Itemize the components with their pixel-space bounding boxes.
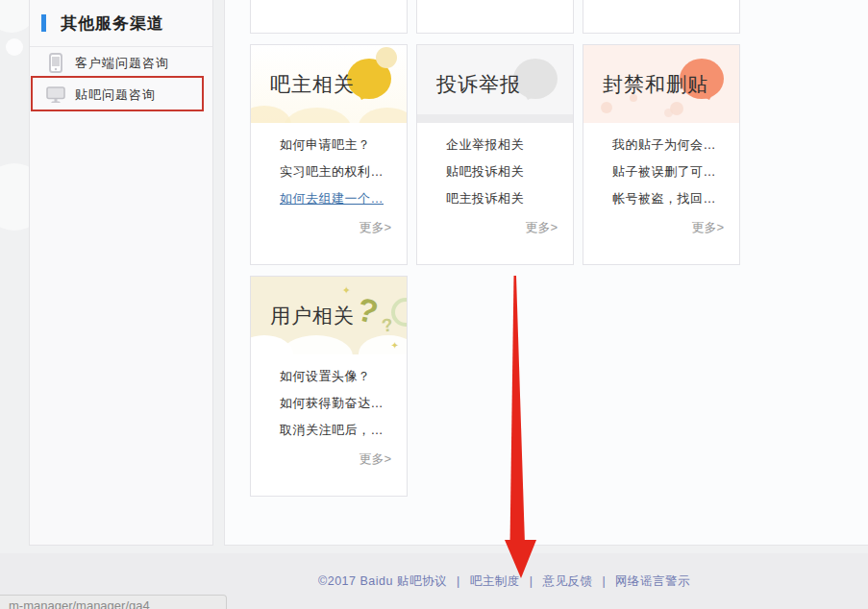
sidebar-item-label: 客户端问题咨询 (75, 55, 169, 72)
faq-link[interactable]: 企业举报相关 (446, 138, 558, 152)
footer-separator: | (530, 574, 533, 588)
more-link[interactable]: 更多> (446, 219, 558, 236)
card-body: 如何设置头像？ 如何获得勤奋达… 取消关注吧后，… 更多> (251, 354, 407, 468)
footer-link-agreement[interactable]: 贴吧协议 (397, 574, 447, 588)
sidebar: 其他服务渠道 客户端问题咨询 贴吧问题咨询 (29, 0, 213, 546)
faq-link[interactable]: 取消关注吧后，… (280, 424, 391, 437)
card-partial (583, 0, 740, 34)
card-header: 吧主相关 (251, 45, 407, 123)
more-link[interactable]: 更多> (280, 219, 391, 236)
footer-link-feedback[interactable]: 意见反馈 (542, 574, 592, 588)
sidebar-header: 其他服务渠道 (30, 0, 212, 46)
faq-link[interactable]: 如何设置头像？ (280, 370, 391, 383)
more-link[interactable]: 更多> (612, 219, 724, 236)
faq-link[interactable]: 我的贴子为何会… (612, 138, 724, 152)
sidebar-title: 其他服务渠道 (61, 12, 164, 35)
card-header: 投诉举报 (417, 45, 573, 123)
sparkle-icon: ✦ (391, 340, 399, 351)
cloud-decoration (280, 335, 353, 354)
sidebar-item-client-questions[interactable]: 客户端问题咨询 (30, 47, 212, 79)
sparkle-icon: ✦ (342, 284, 351, 297)
flower-decoration (601, 102, 612, 113)
card-title: 封禁和删贴 (603, 71, 708, 98)
skyline-decoration (417, 114, 573, 123)
card-header: 封禁和删贴 (583, 45, 739, 123)
faq-link[interactable]: 帐号被盗，找回… (612, 192, 724, 206)
card-partial (250, 0, 408, 34)
card-user-related: 用户相关 ? ? ✦ ✦ 如何设置头像？ 如何获得勤奋达… 取消关注吧后，… 更… (250, 276, 408, 497)
cloud-decoration (359, 335, 407, 354)
cloud-decoration (251, 106, 291, 123)
sidebar-item-label: 贴吧问题咨询 (75, 86, 156, 104)
footer-link-bazhu-system[interactable]: 吧主制度 (470, 574, 520, 588)
card-body: 企业举报相关 贴吧投诉相关 吧主投诉相关 更多> (417, 123, 573, 236)
browser-status-url: m-manager/manager/qa4 (0, 595, 227, 609)
footer-links: ©2017 Baidu 贴吧协议 | 吧主制度 | 意见反馈 | 网络谣言警示 (318, 573, 690, 590)
phone-icon (45, 53, 66, 73)
card-partial (416, 0, 574, 34)
footer-separator: | (602, 574, 606, 588)
faq-link[interactable]: 吧主投诉相关 (446, 192, 558, 206)
card-complaints: 投诉举报 企业举报相关 贴吧投诉相关 吧主投诉相关 更多> (416, 44, 574, 265)
footer-link-rumor-warning[interactable]: 网络谣言警示 (615, 574, 690, 588)
copyright-text: ©2017 Baidu (318, 574, 393, 588)
circle-decoration (391, 298, 407, 327)
page: { "sidebar": { "title": "其他服务渠道", "items… (0, 0, 868, 609)
monitor-icon (45, 86, 66, 104)
card-title: 吧主相关 (270, 71, 355, 98)
section-accent-bar (41, 14, 46, 32)
background-circle-decoration (6, 38, 23, 56)
card-ban-delete: 封禁和删贴 我的贴子为何会… 贴子被误删了可… 帐号被盗，找回… 更多> (583, 44, 740, 265)
card-title: 用户相关 (270, 303, 355, 329)
question-mark-icon: ? (354, 290, 383, 331)
flower-decoration (664, 109, 673, 117)
sidebar-item-tieba-questions[interactable]: 贴吧问题咨询 (30, 79, 212, 110)
cloud-decoration (359, 108, 407, 123)
faq-link[interactable]: 如何获得勤奋达… (280, 397, 391, 410)
faq-link-highlighted[interactable]: 如何去组建一个… (280, 192, 391, 206)
footer-separator: | (457, 574, 460, 588)
faq-link[interactable]: 贴吧投诉相关 (446, 165, 558, 179)
faq-link[interactable]: 贴子被误删了可… (612, 165, 724, 179)
card-body: 我的贴子为何会… 贴子被误删了可… 帐号被盗，找回… 更多> (583, 123, 739, 236)
main-content: 吧主相关 如何申请吧主？ 实习吧主的权利… 如何去组建一个… 更多> 投诉举报 … (224, 0, 868, 546)
cloud-decoration (251, 335, 293, 354)
card-body: 如何申请吧主？ 实习吧主的权利… 如何去组建一个… 更多> (251, 123, 407, 236)
card-bazhu-related: 吧主相关 如何申请吧主？ 实习吧主的权利… 如何去组建一个… 更多> (250, 44, 408, 265)
cloud-decoration (284, 108, 351, 123)
faq-link[interactable]: 如何申请吧主？ (280, 138, 391, 152)
card-header: 用户相关 ? ? ✦ ✦ (251, 277, 407, 354)
card-title: 投诉举报 (436, 71, 521, 98)
more-link[interactable]: 更多> (280, 451, 391, 468)
faq-link[interactable]: 实习吧主的权利… (280, 165, 391, 179)
